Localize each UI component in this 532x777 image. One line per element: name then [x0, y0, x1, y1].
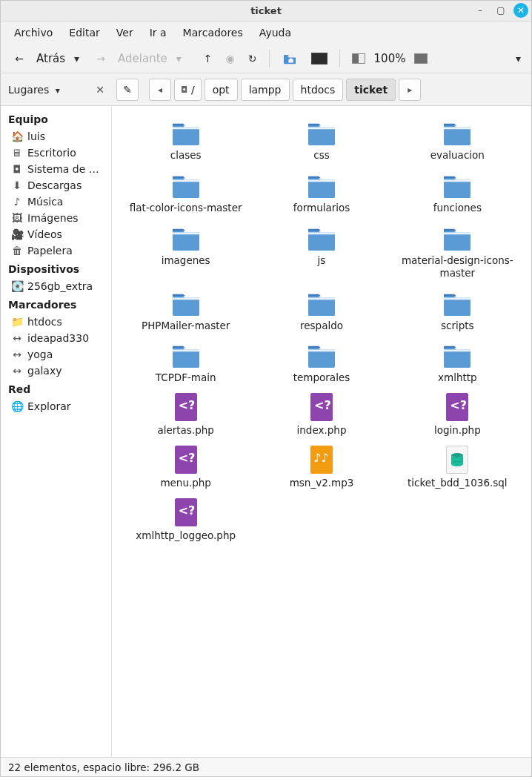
folder-item[interactable]: respaldo — [253, 287, 389, 332]
sidebar-item[interactable]: ↔yoga — [1, 346, 111, 363]
disk-icon: ◘ — [11, 163, 23, 175]
breadcrumb-root[interactable]: ◘ / — [174, 79, 202, 101]
sidebar-item-label: ideapad330 — [27, 332, 89, 344]
sidebar-item[interactable]: ↔ideapad330 — [1, 330, 111, 346]
sidebar-item[interactable]: 🌐Explorar — [1, 398, 111, 414]
sidebar-item-label: galaxy — [27, 365, 62, 377]
net-icon: ↔ — [11, 332, 23, 344]
sidebar-item-label: 256gb_extra — [27, 280, 93, 292]
close-panel-button[interactable]: ✕ — [96, 84, 104, 96]
sidebar-item[interactable]: 🗑Papelera — [1, 242, 111, 259]
sidebar-places[interactable]: Equipo🏠luis🖥Escritorio◘Sistema de …⬇Desc… — [1, 106, 112, 757]
zoom-in-button[interactable] — [410, 48, 432, 69]
folder-item[interactable]: evaluacion — [390, 116, 525, 162]
breadcrumb-segment[interactable]: lampp — [241, 79, 290, 101]
file-name-label: evaluacion — [430, 149, 485, 162]
file-item[interactable]: msn_v2.mp3 — [253, 444, 389, 489]
sidebar-item[interactable]: 🖼Imágenes — [1, 210, 111, 226]
forward-arrow-icon: → — [93, 50, 109, 67]
folder-item[interactable]: xmlhttp — [390, 339, 525, 384]
menu-ayuda[interactable]: Ayuda — [252, 24, 299, 42]
view-mode-dropdown[interactable]: ▾ — [511, 48, 525, 69]
breadcrumb-segment-current[interactable]: ticket — [346, 79, 396, 101]
up-button[interactable]: ↑ — [199, 48, 217, 69]
sidebar-item[interactable]: ♪Música — [1, 194, 111, 210]
maximize-button[interactable]: ▢ — [493, 2, 509, 19]
folder-item[interactable]: scripts — [390, 287, 525, 332]
audio-file-icon — [310, 446, 333, 474]
sidebar-item-label: Explorar — [27, 400, 71, 412]
window-buttons: – ▢ ✕ — [472, 2, 528, 19]
breadcrumb-prev[interactable]: ◂ — [149, 79, 171, 101]
zoom-out-button[interactable] — [348, 48, 370, 69]
folder-item[interactable]: clases — [118, 116, 253, 162]
file-name-label: formularios — [293, 202, 350, 214]
sidebar-item[interactable]: 🏠luis — [1, 128, 111, 145]
sidebar-item[interactable]: ↔galaxy — [1, 363, 111, 379]
reload-button[interactable]: ↻ — [244, 48, 262, 69]
chevron-down-icon: ▾ — [516, 53, 521, 65]
open-terminal-button[interactable] — [307, 48, 332, 69]
stop-icon: ◉ — [226, 53, 235, 65]
file-panel[interactable]: clasescssevaluacionflat-color-icons-mast… — [112, 106, 531, 757]
menu-ir-a[interactable]: Ir a — [142, 24, 174, 42]
home-folder-icon — [282, 50, 298, 67]
menu-editar[interactable]: Editar — [61, 24, 107, 42]
forward-history-dropdown[interactable]: ▾ — [172, 48, 186, 69]
close-button[interactable]: ✕ — [513, 3, 528, 18]
file-name-label: respaldo — [300, 320, 343, 332]
folder-icon — [168, 222, 204, 251]
back-history-dropdown[interactable]: ▾ — [70, 48, 84, 69]
file-item[interactable]: menu.php — [118, 444, 253, 489]
breadcrumb-segment[interactable]: htdocs — [293, 79, 344, 101]
menu-ver[interactable]: Ver — [109, 24, 141, 42]
menu-archivo[interactable]: Archivo — [7, 24, 60, 42]
forward-button[interactable]: → — [88, 48, 113, 69]
folder-item[interactable]: material-design-icons-master — [390, 222, 525, 280]
folder-icon — [168, 169, 204, 199]
home-button[interactable] — [277, 48, 302, 69]
folder-icon — [439, 287, 475, 317]
minimize-button[interactable]: – — [472, 2, 488, 19]
folder-item[interactable]: formularios — [253, 169, 389, 214]
breadcrumb: ✎ ◂ ◘ / opt lampp htdocs ticket ▸ — [112, 79, 531, 101]
folder-item[interactable]: js — [253, 222, 389, 280]
sidebar-item[interactable]: ◘Sistema de … — [1, 161, 111, 177]
folder-item[interactable]: flat-color-icons-master — [118, 169, 253, 214]
file-name-label: scripts — [441, 320, 474, 332]
sidebar-item[interactable]: 🖥Escritorio — [1, 145, 111, 161]
file-item[interactable]: login.php — [390, 391, 525, 437]
sidebar-item[interactable]: ⬇Descargas — [1, 177, 111, 194]
file-item[interactable]: index.php — [253, 391, 389, 437]
breadcrumb-segment[interactable]: opt — [205, 79, 238, 101]
file-item[interactable]: xmlhttp_loggeo.php — [118, 497, 253, 542]
sidebar-item[interactable]: 💽256gb_extra — [1, 278, 111, 294]
toolbar-separator — [269, 50, 270, 67]
folder-item[interactable]: funciones — [390, 169, 525, 214]
folder-item[interactable]: temporales — [253, 339, 389, 384]
breadcrumb-next[interactable]: ▸ — [399, 79, 421, 101]
folder-item[interactable]: imagenes — [118, 222, 253, 280]
chevron-down-icon: ▾ — [56, 85, 60, 96]
places-panel-header[interactable]: Lugares ▾ ✕ — [1, 84, 112, 96]
folder-item[interactable]: TCPDF-main — [118, 339, 253, 384]
back-button[interactable]: ← — [7, 48, 32, 69]
edit-path-button[interactable]: ✎ — [116, 79, 139, 101]
file-item[interactable]: alertas.php — [118, 391, 253, 437]
places-header-label: Lugares — [8, 84, 49, 96]
menu-marcadores[interactable]: Marcadores — [176, 24, 250, 42]
sidebar-item[interactable]: 📁htdocs — [1, 314, 111, 330]
sidebar-item-label: luis — [27, 130, 45, 142]
folder-icon — [304, 287, 339, 317]
globe-icon: 🌐 — [11, 400, 23, 412]
file-item[interactable]: ticket_bdd_1036.sql — [390, 444, 525, 489]
stop-button[interactable]: ◉ — [222, 48, 239, 69]
folder-item[interactable]: css — [253, 116, 389, 162]
sidebar-item[interactable]: 🎥Vídeos — [1, 226, 111, 242]
folder-icon — [168, 339, 204, 368]
back-label[interactable]: Atrás — [36, 52, 65, 65]
folder-icon — [304, 116, 339, 146]
sidebar-section-title: Marcadores — [1, 294, 111, 314]
folder-item[interactable]: PHPMailer-master — [118, 287, 253, 332]
terminal-icon — [311, 53, 327, 65]
